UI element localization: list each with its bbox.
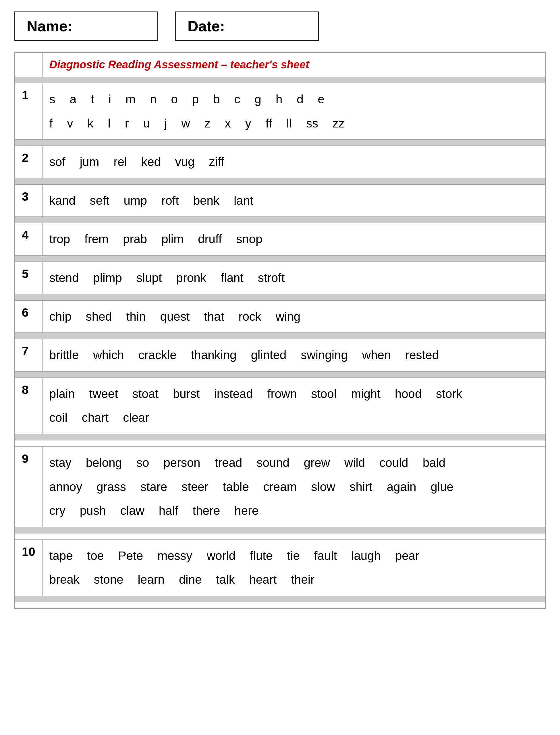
word-item: o (171, 88, 177, 110)
spacer (15, 434, 545, 440)
word-item: shirt (349, 476, 372, 498)
word-item: could (379, 452, 408, 474)
spacer-extra (15, 440, 545, 446)
row-words-10: tapetoePetemessyworldflutetiefaultlaughp… (42, 539, 545, 596)
row-words-6: chipshedthinquestthatrockwing (42, 300, 545, 333)
word-item: benk (193, 190, 219, 212)
word-item: stroft (258, 267, 285, 289)
row-words-3: kandseftumproftbenklant (42, 184, 545, 217)
word-item: ff (266, 113, 272, 134)
word-item: k (87, 113, 93, 134)
word-item: flant (221, 267, 244, 289)
word-item: plain (49, 383, 75, 405)
word-item: fault (314, 545, 337, 567)
word-item: quest (160, 306, 190, 328)
word-item: stend (49, 267, 79, 289)
word-item: thanking (191, 344, 237, 366)
word-item: wing (276, 306, 300, 328)
word-item: frem (84, 228, 109, 250)
spacer (15, 294, 545, 300)
word-item: kand (49, 190, 76, 212)
spacer (15, 527, 545, 533)
word-item: tape (49, 545, 73, 567)
word-item: there (193, 500, 220, 522)
spacer (15, 333, 545, 339)
spacer (15, 255, 545, 262)
word-item: steer (181, 476, 208, 498)
name-box: Name: (14, 11, 158, 41)
word-item: roft (161, 190, 179, 212)
word-item: ss (306, 113, 318, 134)
row-words-4: tropfremprabplimdruffsnop (42, 223, 545, 256)
word-item: seft (90, 190, 109, 212)
word-item: tweet (89, 383, 118, 405)
row-words-8: plaintweetstoatburstinsteadfrownstoolmig… (42, 377, 545, 434)
word-item: table (223, 476, 249, 498)
spacer (15, 140, 545, 146)
row-words-5: stendplimpsluptpronkflantstroft (42, 262, 545, 294)
word-item: burst (173, 383, 200, 405)
word-item: prab (123, 228, 147, 250)
word-item: stork (436, 383, 462, 405)
word-item: learn (138, 569, 165, 591)
word-item: toe (87, 545, 104, 567)
word-item: d (297, 88, 303, 110)
word-item: l (108, 113, 110, 134)
word-item: snop (236, 228, 262, 250)
word-item: Pete (118, 545, 143, 567)
row-num-4: 4 (15, 223, 42, 256)
word-item: druff (198, 228, 222, 250)
word-item: b (213, 88, 220, 110)
word-item: that (204, 306, 224, 328)
word-item: dine (179, 569, 202, 591)
word-item: g (255, 88, 261, 110)
spacer-extra (15, 533, 545, 539)
row-words-2: sofjumrelkedvugziff (42, 146, 545, 178)
row-words-9: staybelongsopersontreadsoundgrewwildcoul… (42, 446, 545, 527)
word-item: e (318, 88, 325, 110)
word-item: c (234, 88, 240, 110)
word-item: hood (395, 383, 422, 405)
word-item: talk (216, 569, 235, 591)
title-cell: Diagnostic Reading Assessment – teacher'… (42, 53, 545, 77)
row-num-1: 1 (15, 83, 42, 140)
word-item: v (67, 113, 73, 134)
spacer (15, 371, 545, 377)
word-item: grass (96, 476, 126, 498)
word-item: stare (140, 476, 167, 498)
word-item: again (387, 476, 416, 498)
word-item: which (93, 344, 124, 366)
word-item: clear (123, 407, 149, 429)
word-item: t (91, 88, 94, 110)
row-num-10: 10 (15, 539, 42, 596)
title-num-cell (15, 53, 42, 77)
word-item: slupt (136, 267, 162, 289)
word-item: coil (49, 407, 67, 429)
word-item: stone (94, 569, 123, 591)
word-item: brittle (49, 344, 79, 366)
word-item: n (150, 88, 157, 110)
word-item: heart (249, 569, 277, 591)
row-num-2: 2 (15, 146, 42, 178)
word-item: ziff (209, 151, 224, 173)
header: Name: Date: (14, 11, 546, 41)
word-item: rock (238, 306, 261, 328)
word-item: glinted (251, 344, 287, 366)
word-item: belong (86, 452, 122, 474)
word-item: grew (304, 452, 330, 474)
date-box: Date: (175, 11, 319, 41)
word-item: tie (287, 545, 300, 567)
row-num-8: 8 (15, 377, 42, 434)
word-item: shed (86, 306, 112, 328)
word-item: glue (431, 476, 453, 498)
word-item: person (163, 452, 200, 474)
word-item: bald (423, 452, 445, 474)
word-item: crackle (138, 344, 177, 366)
word-item: stoat (132, 383, 159, 405)
word-item: r (125, 113, 129, 134)
assessment-table: Diagnostic Reading Assessment – teacher'… (14, 52, 546, 609)
word-item: world (207, 545, 235, 567)
row-words-7: brittlewhichcracklethankingglintedswingi… (42, 339, 545, 371)
word-item: tread (215, 452, 242, 474)
word-item: w (181, 113, 190, 134)
